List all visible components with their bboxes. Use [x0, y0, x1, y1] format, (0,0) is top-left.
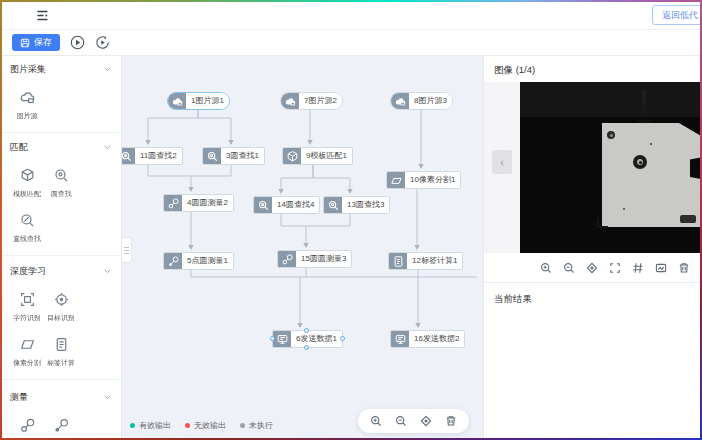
flow-node-5[interactable]: 5点圆测量1 [163, 252, 234, 270]
sidebar-item-circle-find[interactable]: 圆查找 [44, 167, 78, 199]
flow-node-13[interactable]: 13圆查找3 [323, 196, 390, 214]
cube-icon [283, 148, 301, 164]
plate-hole-small [607, 131, 615, 139]
step-run-button[interactable] [95, 35, 110, 50]
flow-node-1[interactable]: 1图片源1 [167, 92, 230, 110]
sidebar-collapse-handle[interactable] [122, 237, 132, 263]
flow-node-10[interactable]: 10像素分割1 [386, 171, 461, 189]
sidebar-item-target-recognition[interactable]: 目标识别 [44, 291, 78, 323]
zoom-out-icon[interactable] [563, 262, 575, 274]
back-to-lowcode-button[interactable]: 返回低代 [652, 5, 702, 25]
locate-icon[interactable] [586, 262, 598, 274]
fullscreen-icon[interactable] [609, 262, 621, 274]
status-legend: 有效输出 无效输出 未执行 [130, 420, 273, 431]
flow-edge [281, 165, 313, 193]
ocr-icon [19, 291, 36, 308]
flow-edge [191, 165, 231, 176]
sidebar-item-char-recognition[interactable]: 字符识别 [10, 291, 44, 323]
image-light-streak [642, 90, 646, 118]
flow-node-label: 13圆查找3 [342, 197, 389, 213]
frame-border-top [0, 0, 702, 2]
image-viewer: ‹ [484, 82, 702, 253]
section-image-capture: 图片采集 图片源 [0, 56, 121, 133]
zoom-out-icon[interactable] [395, 415, 407, 427]
section-deep-learning: 深度学习 字符识别 目标识别 像素分割 [0, 256, 121, 380]
flow-node-12[interactable]: 12标签计算1 [388, 252, 463, 270]
flow-node-9[interactable]: 9模板匹配1 [282, 147, 353, 165]
section-header-deep-learning[interactable]: 深度学习 [10, 256, 111, 278]
image-background-band [520, 82, 702, 117]
zoom-in-icon[interactable] [540, 262, 552, 274]
sidebar-item-template-match[interactable]: 模板匹配 [10, 167, 44, 199]
flow-edge [191, 270, 477, 277]
node-resize-handle[interactable] [340, 336, 345, 341]
top-header-bar: 返回低代 [0, 0, 702, 30]
cloud-icon [281, 93, 299, 109]
flow-node-label: 14圆查找4 [272, 197, 319, 213]
circle-circle-measure-icon [19, 417, 36, 434]
save-button-label: 保存 [34, 36, 52, 49]
frame-border-left [0, 0, 2, 440]
canvas-controls [358, 409, 469, 433]
camera-image[interactable] [520, 82, 702, 253]
save-button[interactable]: 保存 [12, 34, 60, 51]
point-circle-measure-icon [53, 417, 70, 434]
grip-icon [124, 247, 129, 254]
flow-node-15[interactable]: 15圆圆测量3 [277, 250, 352, 268]
prev-image-button[interactable]: ‹ [492, 150, 512, 174]
collapse-menu-icon[interactable] [36, 9, 49, 22]
flow-node-label: 11圆查找2 [135, 148, 182, 164]
line-find-icon [19, 212, 36, 229]
sidebar-item-label-calc[interactable]: 标签计算 [44, 336, 78, 368]
flow-node-6[interactable]: 6发送数据1 [272, 330, 343, 348]
carousel-strip: ‹ [484, 82, 520, 253]
part-foot-ring [593, 220, 599, 226]
flow-edge [313, 165, 350, 193]
section-header-image-capture[interactable]: 图片采集 [10, 56, 111, 76]
locate-icon[interactable] [420, 415, 432, 427]
flow-node-7[interactable]: 7图片源2 [280, 92, 343, 110]
flow-node-label: 1图片源1 [186, 93, 229, 109]
sidebar-item-pixel-segment[interactable]: 像素分割 [10, 336, 44, 368]
sidebar-item-image-source[interactable]: 图片源 [10, 89, 44, 121]
find-icon [254, 197, 272, 213]
flow-node-11[interactable]: 11圆查找2 [122, 147, 183, 165]
flow-toolbar: 保存 [0, 30, 702, 56]
zoom-in-icon[interactable] [370, 415, 382, 427]
find-icon [122, 148, 135, 164]
legend-not-executed: 未执行 [240, 420, 273, 431]
section-header-measure[interactable]: 测量 [10, 380, 111, 404]
flow-node-label: 5点圆测量1 [182, 253, 233, 269]
flow-canvas[interactable]: 1图片源17图片源28图片源311圆查找23圆查找19模板匹配110像素分割14… [122, 56, 483, 440]
image-speck [650, 143, 652, 145]
sidebar-item-point-circle-measure[interactable]: 点圆测量 [44, 417, 78, 440]
section-measure: 测量 圆圆测量 点圆测量 点点测量 [0, 380, 121, 440]
chevron-down-icon [104, 395, 111, 400]
trash-icon[interactable] [445, 415, 457, 427]
flow-node-label: 7图片源2 [299, 93, 342, 109]
image-fit-icon[interactable] [655, 262, 667, 274]
pc-icon [164, 253, 182, 269]
legend-valid-output: 有效输出 [130, 420, 171, 431]
tools-sidebar: 图片采集 图片源 匹配 模板匹配 [0, 56, 122, 440]
flow-node-8[interactable]: 8图片源3 [390, 92, 453, 110]
find-icon [203, 148, 221, 164]
cloud-icon [391, 93, 409, 109]
node-resize-handle[interactable] [270, 336, 275, 341]
flow-node-3[interactable]: 3圆查找1 [202, 147, 265, 165]
doc-icon [389, 253, 407, 269]
flow-node-16[interactable]: 16发送数据2 [390, 330, 465, 348]
send-icon [391, 331, 409, 347]
flow-node-14[interactable]: 14圆查找4 [253, 196, 320, 214]
flow-edges [122, 56, 483, 440]
trash-icon[interactable] [678, 262, 690, 274]
segment-icon [19, 336, 36, 353]
run-button[interactable] [70, 35, 85, 50]
section-header-match[interactable]: 匹配 [10, 133, 111, 154]
grid-icon[interactable] [632, 262, 644, 274]
flow-node-label: 3圆查找1 [221, 148, 264, 164]
sidebar-item-circle-circle-measure[interactable]: 圆圆测量 [10, 417, 44, 440]
flow-node-4[interactable]: 4圆圆测量2 [163, 194, 234, 212]
sidebar-item-line-find[interactable]: 直线查找 [10, 212, 44, 244]
flow-edge [306, 214, 350, 226]
